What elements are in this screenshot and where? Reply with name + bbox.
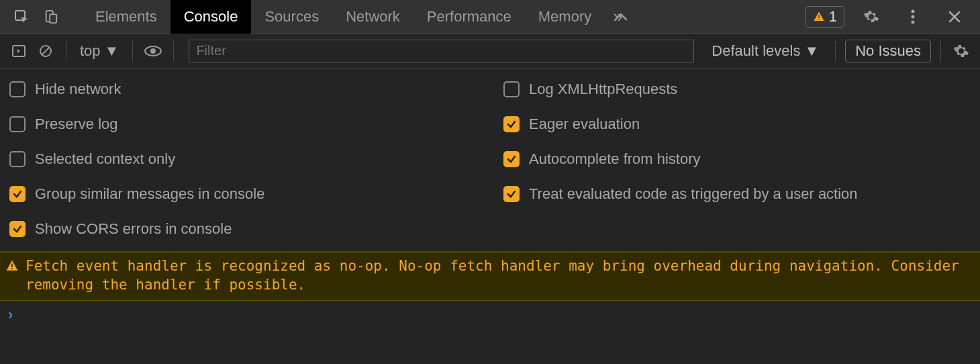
show-cors-row[interactable]: Show CORS errors in console bbox=[9, 220, 477, 238]
console-toolbar: top ▼ Default levels ▼ No Issues bbox=[0, 34, 980, 69]
log-xhr-checkbox[interactable] bbox=[503, 81, 520, 97]
tab-console[interactable]: Console bbox=[170, 0, 252, 34]
svg-point-5 bbox=[912, 9, 915, 13]
tab-performance[interactable]: Performance bbox=[413, 0, 525, 34]
selected-ctx-label: Selected context only bbox=[35, 150, 175, 168]
group-similar-row[interactable]: Group similar messages in console bbox=[9, 185, 477, 203]
close-devtools-icon[interactable] bbox=[940, 0, 969, 34]
console-settings-gear-icon[interactable] bbox=[950, 40, 972, 62]
show-cors-checkbox[interactable] bbox=[9, 221, 26, 237]
log-levels-selector[interactable]: Default levels ▼ bbox=[705, 42, 826, 60]
hide-network-label: Hide network bbox=[35, 81, 121, 98]
svg-rect-12 bbox=[11, 264, 13, 267]
autocomplete-hist-label: Autocomplete from history bbox=[529, 150, 701, 168]
tab-elements[interactable]: Elements bbox=[82, 0, 170, 34]
context-selector[interactable]: top ▼ bbox=[76, 42, 123, 60]
issues-button[interactable]: No Issues bbox=[845, 40, 931, 62]
group-similar-label: Group similar messages in console bbox=[35, 185, 264, 203]
svg-point-11 bbox=[150, 48, 156, 54]
warning-icon bbox=[813, 11, 825, 23]
log-xhr-label: Log XMLHttpRequests bbox=[529, 81, 677, 98]
context-label: top bbox=[80, 42, 101, 60]
kebab-menu-icon[interactable] bbox=[898, 0, 928, 34]
svg-point-7 bbox=[912, 20, 915, 24]
log-levels-label: Default levels bbox=[712, 42, 800, 60]
show-cors-label: Show CORS errors in console bbox=[35, 220, 232, 238]
issues-label: No Issues bbox=[855, 42, 921, 59]
more-tabs-icon[interactable]: » bbox=[605, 0, 630, 34]
console-settings-panel: Hide network Log XMLHttpRequests Preserv… bbox=[0, 69, 980, 252]
treat-user-action-checkbox[interactable] bbox=[503, 186, 520, 202]
settings-gear-icon[interactable] bbox=[856, 0, 886, 34]
chevron-down-icon: ▼ bbox=[804, 42, 819, 60]
warning-count-badge[interactable]: 1 bbox=[805, 6, 844, 28]
preserve-log-checkbox[interactable] bbox=[9, 116, 26, 132]
warning-message: Fetch event handler is recognized as no-… bbox=[26, 257, 975, 295]
tab-console-label: Console bbox=[184, 8, 238, 26]
group-similar-checkbox[interactable] bbox=[9, 186, 26, 202]
warning-icon bbox=[5, 259, 19, 273]
log-xhr-row[interactable]: Log XMLHttpRequests bbox=[503, 81, 971, 98]
inspect-element-icon[interactable] bbox=[7, 0, 36, 34]
svg-rect-2 bbox=[50, 14, 56, 23]
tab-memory[interactable]: Memory bbox=[525, 0, 605, 34]
divider bbox=[940, 41, 941, 61]
hide-network-checkbox[interactable] bbox=[9, 81, 26, 97]
tab-network[interactable]: Network bbox=[332, 0, 413, 34]
eager-eval-checkbox[interactable] bbox=[503, 116, 520, 132]
tab-elements-label: Elements bbox=[95, 8, 157, 26]
divider bbox=[173, 41, 174, 61]
autocomplete-hist-row[interactable]: Autocomplete from history bbox=[503, 150, 971, 168]
preserve-log-row[interactable]: Preserve log bbox=[9, 116, 477, 133]
svg-rect-3 bbox=[818, 15, 820, 18]
svg-rect-4 bbox=[818, 19, 820, 20]
tab-sources[interactable]: Sources bbox=[251, 0, 332, 34]
filter-input[interactable] bbox=[189, 40, 694, 62]
tab-performance-label: Performance bbox=[427, 8, 511, 26]
chevron-down-icon: ▼ bbox=[105, 42, 119, 60]
divider bbox=[835, 41, 836, 61]
preserve-log-label: Preserve log bbox=[35, 116, 118, 133]
eager-eval-label: Eager evaluation bbox=[529, 116, 640, 133]
autocomplete-hist-checkbox[interactable] bbox=[503, 151, 520, 167]
console-prompt[interactable]: › bbox=[0, 301, 980, 329]
tab-memory-label: Memory bbox=[538, 8, 591, 26]
devtools-tabbar: Elements Console Sources Network Perform… bbox=[0, 0, 980, 34]
eager-eval-row[interactable]: Eager evaluation bbox=[503, 116, 971, 133]
selected-ctx-checkbox[interactable] bbox=[9, 151, 26, 167]
hide-network-row[interactable]: Hide network bbox=[9, 81, 477, 98]
prompt-caret-icon: › bbox=[8, 306, 13, 324]
selected-ctx-row[interactable]: Selected context only bbox=[9, 150, 477, 168]
toggle-sidebar-icon[interactable] bbox=[8, 40, 30, 62]
device-toolbar-icon[interactable] bbox=[36, 0, 66, 34]
svg-point-6 bbox=[912, 15, 915, 18]
live-expression-icon[interactable] bbox=[142, 40, 164, 62]
tab-network-label: Network bbox=[346, 8, 400, 26]
treat-user-action-label: Treat evaluated code as triggered by a u… bbox=[529, 185, 858, 203]
divider bbox=[66, 41, 66, 61]
warning-count: 1 bbox=[829, 8, 837, 26]
svg-rect-13 bbox=[11, 268, 13, 269]
clear-console-icon[interactable] bbox=[35, 40, 56, 62]
divider bbox=[132, 41, 133, 61]
tab-sources-label: Sources bbox=[264, 8, 319, 26]
console-warning-entry[interactable]: Fetch event handler is recognized as no-… bbox=[0, 252, 980, 301]
treat-user-action-row[interactable]: Treat evaluated code as triggered by a u… bbox=[503, 185, 971, 203]
